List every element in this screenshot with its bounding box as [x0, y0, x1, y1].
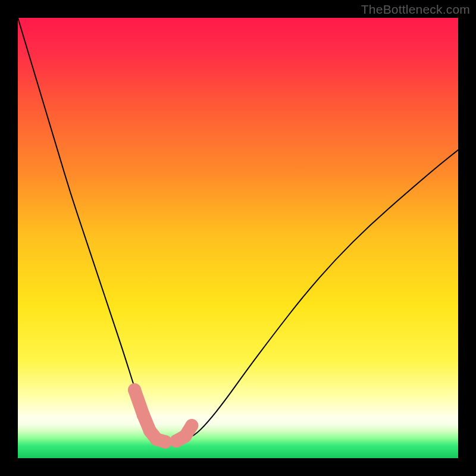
plot-area [18, 18, 458, 458]
chart-frame: TheBottleneck.com [0, 0, 476, 476]
background-gradient [18, 18, 458, 458]
watermark-text: TheBottleneck.com [361, 2, 470, 17]
svg-rect-0 [18, 18, 458, 458]
